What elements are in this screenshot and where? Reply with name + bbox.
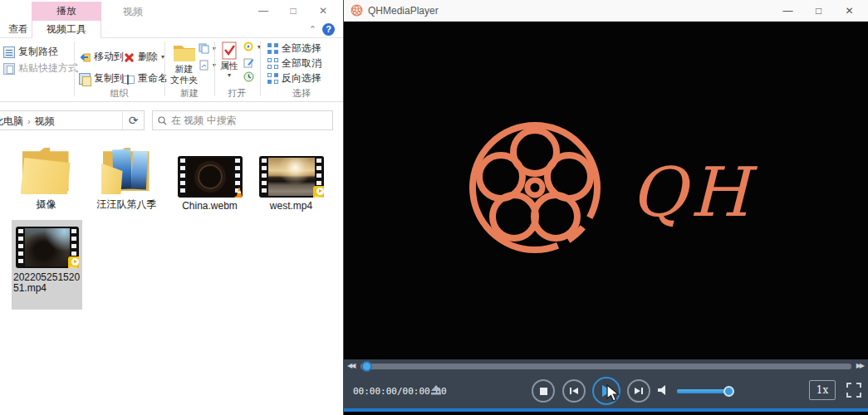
select-all-button[interactable]: 全部选择 xyxy=(267,42,321,56)
rename-button[interactable]: 重命名 xyxy=(123,71,168,85)
select-none-label: 全部取消 xyxy=(282,56,321,71)
edit-button[interactable] xyxy=(243,57,254,68)
help-icon[interactable]: ? xyxy=(322,23,335,36)
breadcrumb-root[interactable]: 此电脑 xyxy=(0,115,23,127)
new-folder-label-2: 文件夹 xyxy=(170,75,198,85)
paste-shortcut-label: 粘贴快捷方式 xyxy=(18,61,78,76)
breadcrumb-folder[interactable]: 视频 xyxy=(35,115,55,127)
move-to-icon xyxy=(79,51,91,63)
select-none-button[interactable]: 全部取消 xyxy=(267,56,321,71)
close-button[interactable]: ✕ xyxy=(834,0,865,22)
properties-button[interactable]: 属性 ▾ xyxy=(220,42,238,79)
invert-selection-button[interactable]: 反向选择 xyxy=(267,71,321,85)
search-icon xyxy=(158,116,167,125)
ribbon: 复制路径 粘贴快捷方式 移动到 ▾ 删除 xyxy=(0,38,343,102)
open-button[interactable]: ▾ xyxy=(243,42,261,52)
folder-with-preview-icon xyxy=(101,146,153,194)
player-badge-icon: Player xyxy=(313,186,324,198)
video-thumbnail: Player xyxy=(16,227,79,268)
player-badge-icon: Player xyxy=(68,256,79,268)
volume-handle[interactable] xyxy=(723,386,734,397)
select-all-icon xyxy=(267,43,278,54)
seek-handle[interactable] xyxy=(361,361,372,372)
seek-bar[interactable] xyxy=(360,364,851,369)
file-item-selected-mp4[interactable]: Player 20220525152051.mp4 xyxy=(12,220,82,310)
screen: 播放 视频 — □ ✕ 查看 视频工具 ⌃ ? 复制路径 粘贴快捷方式 xyxy=(0,0,868,415)
mouse-cursor xyxy=(606,384,622,403)
refresh-button[interactable]: ⟳ xyxy=(122,110,145,130)
copy-to-label: 复制到 xyxy=(94,71,124,85)
copy-path-label: 复制路径 xyxy=(18,45,58,59)
select-none-icon xyxy=(267,58,278,69)
properties-icon xyxy=(221,42,238,60)
select-all-label: 全部选择 xyxy=(282,42,321,56)
playback-speed-button[interactable]: 1x xyxy=(809,380,836,400)
history-icon xyxy=(243,71,254,82)
maximize-button[interactable]: □ xyxy=(803,0,834,22)
delete-button[interactable]: 删除 ▾ xyxy=(123,50,164,64)
address-bar-row: 此电脑›视频 ⌄ ⟳ xyxy=(0,106,343,134)
close-button[interactable]: ✕ xyxy=(308,0,338,22)
contextual-header-play[interactable]: 播放 xyxy=(32,2,101,21)
fullscreen-button[interactable] xyxy=(846,382,862,398)
move-to-label: 移动到 xyxy=(94,50,124,64)
vlc-icon xyxy=(233,186,243,198)
paste-shortcut-icon xyxy=(3,63,15,75)
previous-button[interactable] xyxy=(562,379,586,403)
previous-icon xyxy=(569,386,579,396)
player-badge-label: Player xyxy=(70,266,78,269)
history-button[interactable] xyxy=(243,71,254,82)
group-select: 全部选择 全部取消 反向选择 选择 xyxy=(261,38,342,102)
group-label-organize: 组织 xyxy=(75,87,164,100)
maximize-button[interactable]: □ xyxy=(278,0,308,22)
seek-forward-icon[interactable]: ▶▶ xyxy=(856,362,863,369)
file-list: 摄像 汪汪队第八季 China.webm xyxy=(0,134,343,415)
ribbon-tab-row: 查看 视频工具 ⌃ ? xyxy=(0,21,343,38)
file-label: 20220525152051.mp4 xyxy=(13,272,81,294)
seek-back-icon[interactable]: ◀◀ xyxy=(347,362,354,369)
file-item-camera-folder[interactable]: 摄像 xyxy=(7,134,86,210)
easy-access-icon xyxy=(199,43,209,54)
copy-path-button[interactable]: 复制路径 xyxy=(3,45,58,59)
tab-view[interactable]: 查看 xyxy=(8,21,28,38)
film-reel-logo-icon xyxy=(467,120,603,256)
file-item-pawpatrol-folder[interactable]: 汪汪队第八季 xyxy=(87,134,166,210)
explorer-titlebar: 播放 视频 — □ ✕ xyxy=(0,0,343,22)
file-item-west-mp4[interactable]: Player west.mp4 xyxy=(252,134,331,212)
volume-slider[interactable] xyxy=(677,389,733,393)
eject-button[interactable] xyxy=(429,384,443,396)
tab-video-tools[interactable]: 视频工具 xyxy=(32,21,101,38)
stop-icon xyxy=(540,388,547,395)
minimize-button[interactable]: — xyxy=(772,0,803,22)
minimize-button[interactable]: — xyxy=(248,0,278,22)
group-new: 新建 文件夹 ▾ ▾ 新建 xyxy=(165,38,213,102)
stop-button[interactable] xyxy=(532,379,555,403)
edit-icon xyxy=(243,57,254,68)
file-explorer-window: 播放 视频 — □ ✕ 查看 视频工具 ⌃ ? 复制路径 粘贴快捷方式 xyxy=(0,0,343,415)
easy-access-button[interactable]: ▾ xyxy=(199,43,216,54)
next-button[interactable] xyxy=(627,379,650,403)
player-titlebar: QHMediaPlayer — □ ✕ xyxy=(344,0,868,22)
new-folder-button[interactable]: 新建 文件夹 xyxy=(170,42,198,85)
video-thumbnail: Player xyxy=(259,156,324,198)
search-input[interactable] xyxy=(171,115,312,126)
app-reel-icon xyxy=(351,4,363,17)
volume-icon[interactable] xyxy=(657,383,670,397)
new-folder-label-1: 新建 xyxy=(175,64,194,74)
folder-icon xyxy=(21,146,72,194)
file-item-china-webm[interactable]: China.webm xyxy=(170,134,249,212)
paste-shortcut-button[interactable]: 粘贴快捷方式 xyxy=(3,61,78,76)
group-label-new: 新建 xyxy=(165,87,213,100)
ribbon-collapse-icon[interactable]: ⌃ xyxy=(309,24,316,35)
delete-label: 删除 xyxy=(138,50,158,64)
group-organize: 移动到 ▾ 删除 ▾ 复制到 ▾ 重命名 组织 xyxy=(75,38,164,102)
open-play-icon xyxy=(243,42,254,52)
invert-selection-icon xyxy=(267,73,278,84)
search-box[interactable] xyxy=(152,110,333,130)
video-display-area: QH xyxy=(344,22,868,359)
copy-to-icon xyxy=(79,73,91,85)
rename-label: 重命名 xyxy=(138,71,168,85)
new-item-button[interactable]: ▾ xyxy=(199,60,216,71)
explorer-window-title: 视频 xyxy=(123,5,143,19)
player-badge-label: Player xyxy=(315,195,323,198)
